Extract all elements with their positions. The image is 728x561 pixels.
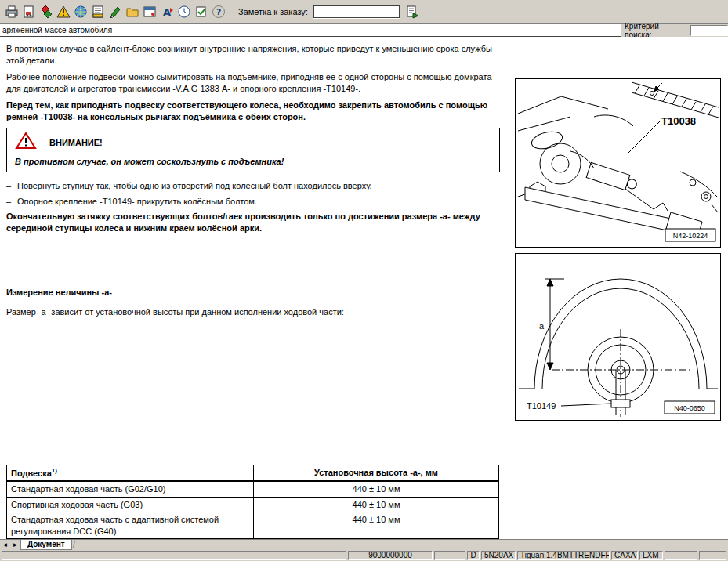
main-toolbar: A ? Заметка к заказу: <box>0 0 728 24</box>
print-icon[interactable] <box>3 2 20 21</box>
clock-icon[interactable] <box>176 2 193 21</box>
workshop-manual-window: A ? Заметка к заказу: аряжённой массе ав… <box>0 0 728 561</box>
warning-title: ВНИМАНИЕ! <box>49 137 103 149</box>
paragraph-bold: Перед тем, как приподнять подвеску соотв… <box>6 100 500 122</box>
paragraph: В противном случае в сайлент-блоке возни… <box>6 43 500 66</box>
status-model-name: Tiguan 1.4BMTTRENDFR9 <box>517 551 610 560</box>
list-item: – Повернуть ступицу так, чтобы одно из о… <box>6 180 500 192</box>
table-cell: 440 ± 10 мм <box>254 497 499 512</box>
order-note-input[interactable] <box>313 5 400 19</box>
status-bar: 9000000000 D 5N20AX Tiguan 1.4BMTTRENDFR… <box>0 550 728 561</box>
search-criteria-bar: Критерий поиска: <box>621 24 728 37</box>
status-gearbox-code: LXM <box>639 551 663 560</box>
document-tab-bar: ◄ ► Документ / <box>0 539 728 550</box>
table-cell: Стандартная ходовая часть (G02/G10) <box>7 481 254 497</box>
svg-text:?: ? <box>216 7 221 17</box>
dimension-a-label: a <box>539 321 545 331</box>
tab-scroll-left-icon[interactable]: ◄ <box>0 540 10 550</box>
warning-text: В противном случае, он может соскользнут… <box>15 156 491 168</box>
status-model-code: 5N20AX <box>481 551 516 560</box>
status-segment-empty <box>2 551 346 560</box>
table-cell: Спортивная ходовая часть (G03) <box>7 497 254 512</box>
font-icon[interactable]: A <box>158 2 176 21</box>
status-engine-code: CAXA <box>611 551 638 560</box>
table-cell: Стандартная ходовая часть с адаптивной с… <box>7 512 254 539</box>
suspension-height-table: Подвеска1) Установочная высота -a-, мм С… <box>6 465 499 539</box>
scrolled-text: аряжённой массе автомобиля <box>2 26 112 34</box>
paragraph-bold: Окончательную затяжку соответствующих бо… <box>6 211 500 233</box>
bullet-marker: – <box>6 180 17 192</box>
status-order-number: 9000000000 <box>348 551 433 560</box>
figure2-ref-number: N40-0650 <box>674 404 705 412</box>
tab-document-label: Документ <box>27 540 65 549</box>
order-note-label: Заметка к заказу: <box>238 7 308 16</box>
help-icon[interactable]: ? <box>210 2 227 21</box>
status-country-code: D <box>467 551 480 560</box>
globe-icon[interactable] <box>72 2 89 21</box>
table-cell: 440 ± 10 мм <box>254 512 499 539</box>
highlighter-icon[interactable] <box>107 2 124 21</box>
tab-slant: / <box>72 540 75 550</box>
bullet-text: Повернуть ступицу так, чтобы одно из отв… <box>17 180 372 192</box>
list-item: – Опорное крепление -Т10149- прикрутить … <box>6 196 500 208</box>
figure1-tool-label: T10038 <box>661 115 696 127</box>
warning-box: ВНИМАНИЕ! В противном случае, он может с… <box>6 128 500 172</box>
window-icon[interactable] <box>141 2 158 21</box>
paragraph: Рабочее положение подвески можно сымитир… <box>6 71 500 94</box>
figure-wheel-arch-t10149: a T10149 N40-0650 <box>515 253 721 421</box>
paragraph: Размер -a- зависит от установочной высот… <box>6 306 500 318</box>
figure-strap-t10038: T10038 N42-10224 <box>515 78 721 248</box>
document-pane: В противном случае в сайлент-блоке возни… <box>0 37 728 539</box>
table-row: Стандартная ходовая часть (G02/G10) 440 … <box>7 481 499 497</box>
status-segment-empty <box>665 551 697 560</box>
figure2-tool-label: T10149 <box>527 401 556 411</box>
vehicle-file-icon[interactable] <box>20 2 38 21</box>
table-row: Спортивная ходовая часть (G03) 440 ± 10 … <box>7 497 499 512</box>
tab-document[interactable]: Документ <box>20 540 72 550</box>
note-icon[interactable] <box>89 2 107 21</box>
table-header-height: Установочная высота -a-, мм <box>254 465 499 482</box>
folder-icon[interactable] <box>124 2 141 21</box>
check-icon[interactable] <box>193 2 210 21</box>
figure1-ref-number: N42-10224 <box>673 232 708 240</box>
tab-scroll-right-icon[interactable]: ► <box>10 540 20 550</box>
table-row: Стандартная ходовая часть с адаптивной с… <box>7 512 499 539</box>
section-heading: Измерение величины -a- <box>6 287 500 299</box>
parts-diamond-icon[interactable] <box>38 2 55 21</box>
document-text-column: В противном случае в сайлент-блоке возни… <box>6 43 500 539</box>
warning-triangle-icon <box>15 132 37 154</box>
search-criteria-input[interactable] <box>690 25 728 36</box>
bullet-marker: – <box>6 196 17 208</box>
table-header-suspension: Подвеска1) <box>7 465 254 482</box>
document-scrolled-text: аряжённой массе автомобиля <box>0 24 621 37</box>
svg-text:A: A <box>163 6 171 18</box>
bullet-text: Опорное крепление -Т10149- прикрутить ко… <box>17 196 257 208</box>
table-cell: 440 ± 10 мм <box>254 481 499 497</box>
status-segment-empty <box>434 551 465 560</box>
send-note-icon[interactable] <box>404 2 421 21</box>
status-segment-empty <box>699 551 726 560</box>
warning-triangle-icon[interactable] <box>55 2 72 21</box>
